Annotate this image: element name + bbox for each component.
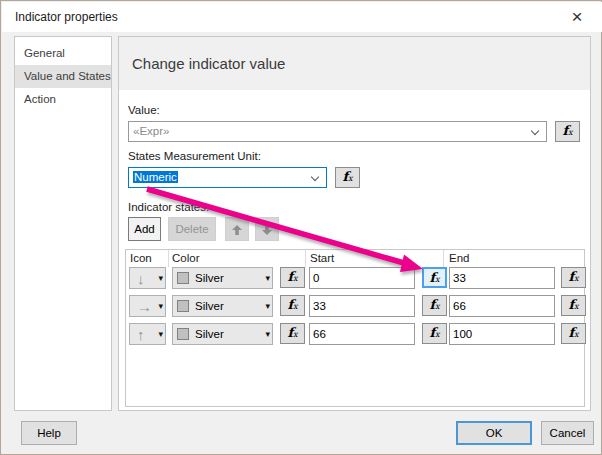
table-row: ↓ ▾ Silver ▾ fx fx fx [126, 267, 584, 289]
close-icon[interactable]: × [562, 5, 592, 29]
down-arrow-icon: ↓ [137, 269, 145, 289]
sidebar-item-general[interactable]: General [15, 42, 111, 65]
fx-icon: fx [287, 324, 297, 343]
indicator-states-table: Icon Color Start End ↓ ▾ Silver ▾ fx [125, 249, 585, 407]
color-swatch [177, 272, 189, 284]
end-expression-button[interactable]: fx [561, 295, 586, 316]
color-expression-button[interactable]: fx [280, 267, 305, 288]
sidebar: General Value and States Action [14, 36, 112, 411]
dropdown-caret-icon: ▾ [265, 274, 270, 283]
dropdown-caret-icon: ▾ [158, 274, 163, 283]
fx-icon: fx [342, 168, 352, 187]
indicator-properties-dialog: Indicator properties × General Value and… [0, 0, 602, 455]
state-color-dropdown[interactable]: Silver ▾ [172, 267, 273, 289]
state-icon-dropdown[interactable]: ↑ ▾ [129, 323, 166, 345]
table-row: ↑ ▾ Silver ▾ fx fx fx [126, 323, 584, 345]
header-color: Color [172, 252, 199, 264]
end-input[interactable] [449, 323, 555, 345]
move-down-button[interactable] [255, 217, 279, 241]
fx-icon: fx [429, 324, 439, 343]
states-measurement-unit-label: States Measurement Unit: [128, 150, 261, 162]
value-label: Value: [128, 104, 160, 116]
start-input[interactable] [309, 295, 415, 317]
state-color-dropdown[interactable]: Silver ▾ [172, 295, 273, 317]
sidebar-item-action[interactable]: Action [15, 88, 111, 111]
panel-heading: Change indicator value [132, 55, 285, 72]
color-name: Silver [195, 328, 224, 340]
color-expression-button[interactable]: fx [280, 323, 305, 344]
fx-icon: fx [568, 268, 578, 287]
value-combobox-text: «Expr» [133, 125, 169, 137]
move-down-icon [262, 225, 272, 235]
start-expression-button-highlighted[interactable]: fx [422, 267, 447, 288]
up-arrow-icon: ↑ [137, 325, 145, 345]
header-icon: Icon [130, 252, 152, 264]
move-up-icon [232, 225, 242, 235]
sidebar-item-value-and-states[interactable]: Value and States [15, 65, 111, 88]
states-measurement-unit-combobox[interactable]: Numeric [128, 167, 327, 188]
panel-heading-band: Change indicator value [119, 37, 590, 90]
main-panel: Change indicator value Value: «Expr» fx … [118, 36, 591, 411]
dialog-title: Indicator properties [15, 10, 118, 24]
add-button[interactable]: Add [128, 217, 161, 241]
cancel-button[interactable]: Cancel [541, 421, 594, 445]
header-end: End [449, 252, 469, 264]
value-combobox[interactable]: «Expr» [128, 121, 547, 142]
dropdown-caret-icon: ▾ [265, 302, 270, 311]
chevron-down-icon [311, 173, 319, 181]
dropdown-caret-icon: ▾ [158, 330, 163, 339]
dropdown-caret-icon: ▾ [158, 302, 163, 311]
help-button[interactable]: Help [21, 421, 77, 445]
titlebar: Indicator properties × [2, 2, 602, 32]
ok-button[interactable]: OK [456, 421, 532, 445]
color-name: Silver [195, 272, 224, 284]
fx-icon: fx [568, 296, 578, 315]
state-icon-dropdown[interactable]: ↓ ▾ [129, 267, 166, 289]
start-input[interactable] [309, 267, 415, 289]
start-expression-button[interactable]: fx [422, 295, 447, 316]
delete-button[interactable]: Delete [168, 217, 216, 241]
start-input[interactable] [309, 323, 415, 345]
end-expression-button[interactable]: fx [561, 267, 586, 288]
header-separator [305, 250, 306, 267]
end-expression-button[interactable]: fx [561, 323, 586, 344]
value-expression-button[interactable]: fx [555, 121, 580, 142]
fx-icon: fx [568, 324, 578, 343]
header-separator [443, 250, 444, 267]
indicator-states-label: Indicator states: [128, 201, 209, 213]
color-swatch [177, 328, 189, 340]
color-swatch [177, 300, 189, 312]
end-input[interactable] [449, 295, 555, 317]
right-arrow-icon: → [137, 297, 152, 317]
unit-expression-button[interactable]: fx [335, 167, 360, 188]
state-color-dropdown[interactable]: Silver ▾ [172, 323, 273, 345]
table-header: Icon Color Start End [126, 250, 584, 267]
move-up-button[interactable] [225, 217, 249, 241]
state-icon-dropdown[interactable]: → ▾ [129, 295, 166, 317]
end-input[interactable] [449, 267, 555, 289]
selected-text: Numeric [133, 171, 178, 183]
dropdown-caret-icon: ▾ [265, 330, 270, 339]
fx-icon: fx [429, 296, 439, 315]
header-start: Start [310, 252, 334, 264]
chevron-down-icon [531, 127, 539, 135]
unit-combobox-text: Numeric [133, 171, 178, 183]
fx-icon: fx [562, 122, 572, 141]
header-separator [168, 250, 169, 267]
table-row: → ▾ Silver ▾ fx fx fx [126, 295, 584, 317]
fx-icon: fx [429, 269, 439, 288]
fx-icon: fx [287, 296, 297, 315]
color-expression-button[interactable]: fx [280, 295, 305, 316]
start-expression-button[interactable]: fx [422, 323, 447, 344]
color-name: Silver [195, 300, 224, 312]
fx-icon: fx [287, 268, 297, 287]
